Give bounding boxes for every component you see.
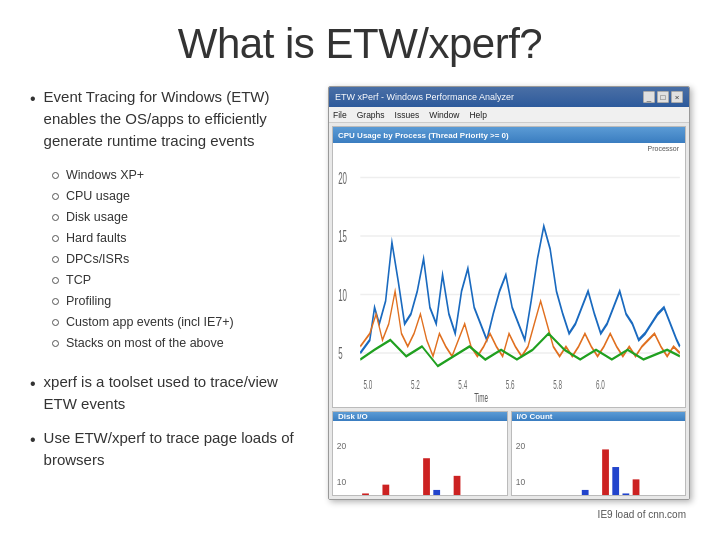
disk-chart: 20 10 (335, 423, 505, 496)
wpa-menu-item[interactable]: Issues (395, 110, 420, 120)
bottom-bullet: •xperf is a toolset used to trace/view E… (30, 371, 310, 415)
sub-list: Windows XP+CPU usageDisk usageHard fault… (52, 165, 310, 353)
svg-rect-20 (382, 485, 389, 496)
wpa-maximize-btn[interactable]: □ (657, 91, 669, 103)
wpa-menu-item[interactable]: Graphs (357, 110, 385, 120)
sub-circle (52, 340, 59, 347)
svg-text:5.2: 5.2 (411, 377, 420, 391)
svg-text:20: 20 (337, 441, 347, 451)
wpa-close-btn[interactable]: × (671, 91, 683, 103)
sub-circle (52, 214, 59, 221)
wpa-disk-chart-area: 20 10 (333, 421, 507, 496)
wpa-disk-panel-header: Disk I/O (333, 412, 507, 421)
svg-rect-27 (454, 476, 461, 496)
sub-circle (52, 235, 59, 242)
ie9-caption: IE9 load of cnn.com (328, 509, 690, 520)
svg-rect-24 (423, 458, 430, 496)
wpa-window-controls: _ □ × (643, 91, 683, 103)
sub-list-item: Profiling (52, 291, 310, 311)
wpa-menu-item[interactable]: Window (429, 110, 459, 120)
sub-circle (52, 298, 59, 305)
wpa-io-panel-header: I/O Count (512, 412, 686, 421)
sub-circle (52, 319, 59, 326)
svg-text:6.0: 6.0 (596, 377, 605, 391)
wpa-io-panel: I/O Count 20 10 (511, 411, 687, 496)
bottom-bullet: •Use ETW/xperf to trace page loads of br… (30, 427, 310, 471)
main-bullet: • Event Tracing for Windows (ETW) enable… (30, 86, 310, 151)
wpa-minimize-btn[interactable]: _ (643, 91, 655, 103)
svg-text:20: 20 (338, 169, 347, 188)
main-bullet-text: Event Tracing for Windows (ETW) enables … (44, 86, 310, 151)
bullet-marker: • (30, 429, 36, 451)
sub-list-item: TCP (52, 270, 310, 290)
svg-text:Time: Time (474, 390, 488, 404)
svg-text:5.8: 5.8 (553, 377, 562, 391)
sub-list-item: Disk usage (52, 207, 310, 227)
wpa-io-chart-area: 20 10 (512, 421, 686, 496)
svg-text:15: 15 (338, 227, 347, 246)
wpa-menubar: FileGraphsIssuesWindowHelp (329, 107, 689, 123)
svg-text:20: 20 (515, 441, 525, 451)
sub-list-item: Windows XP+ (52, 165, 310, 185)
sub-list-item: Hard faults (52, 228, 310, 248)
svg-text:5.0: 5.0 (363, 377, 372, 391)
wpa-disk-panel-title: Disk I/O (338, 412, 368, 421)
cpu-chart: 20 15 10 5 5.0 5.2 (335, 145, 683, 405)
svg-rect-43 (581, 490, 588, 496)
sub-circle (52, 193, 59, 200)
wpa-menu-item[interactable]: Help (469, 110, 486, 120)
svg-text:5: 5 (338, 344, 342, 363)
svg-text:5.6: 5.6 (506, 377, 515, 391)
wpa-top-panel: CPU Usage by Process (Thread Priority >=… (332, 126, 686, 408)
sub-circle (52, 256, 59, 263)
wpa-top-panel-content: Processor 20 15 10 5 (333, 143, 685, 407)
wpa-disk-panel: Disk I/O 20 10 (332, 411, 508, 496)
svg-text:10: 10 (515, 476, 525, 486)
svg-rect-18 (362, 493, 369, 496)
wpa-window: ETW xPerf - Windows Performance Analyzer… (328, 86, 690, 500)
left-column: • Event Tracing for Windows (ETW) enable… (30, 86, 310, 520)
sub-list-item: Custom app events (incl IE7+) (52, 312, 310, 332)
bullet-marker: • (30, 88, 36, 110)
processor-label: Processor (645, 145, 681, 152)
content-area: • Event Tracing for Windows (ETW) enable… (30, 86, 690, 520)
wpa-titlebar: ETW xPerf - Windows Performance Analyzer… (329, 87, 689, 107)
wpa-body: CPU Usage by Process (Thread Priority >=… (329, 123, 689, 499)
svg-text:10: 10 (337, 476, 347, 486)
svg-rect-46 (612, 467, 619, 496)
svg-rect-45 (602, 449, 609, 496)
wpa-top-panel-title: CPU Usage by Process (Thread Priority >=… (338, 131, 509, 140)
svg-text:5.4: 5.4 (458, 377, 467, 391)
sub-circle (52, 277, 59, 284)
wpa-io-panel-title: I/O Count (517, 412, 553, 421)
svg-rect-48 (632, 479, 639, 496)
right-column: ETW xPerf - Windows Performance Analyzer… (328, 86, 690, 520)
slide: What is ETW/xperf? • Event Tracing for W… (0, 0, 720, 540)
bottom-bullets: •xperf is a toolset used to trace/view E… (30, 371, 310, 476)
svg-text:10: 10 (338, 286, 347, 305)
svg-rect-25 (433, 490, 440, 496)
wpa-menu-item[interactable]: File (333, 110, 347, 120)
io-chart: 20 10 (514, 423, 684, 496)
sub-list-item: Stacks on most of the above (52, 333, 310, 353)
svg-rect-47 (622, 493, 629, 496)
sub-list-item: DPCs/ISRs (52, 249, 310, 269)
sub-list-item: CPU usage (52, 186, 310, 206)
sub-circle (52, 172, 59, 179)
bullet-marker: • (30, 373, 36, 395)
wpa-bottom-row: Disk I/O 20 10 (332, 411, 686, 496)
slide-title: What is ETW/xperf? (30, 20, 690, 68)
wpa-top-panel-header: CPU Usage by Process (Thread Priority >=… (333, 127, 685, 143)
wpa-window-title: ETW xPerf - Windows Performance Analyzer (335, 92, 639, 102)
